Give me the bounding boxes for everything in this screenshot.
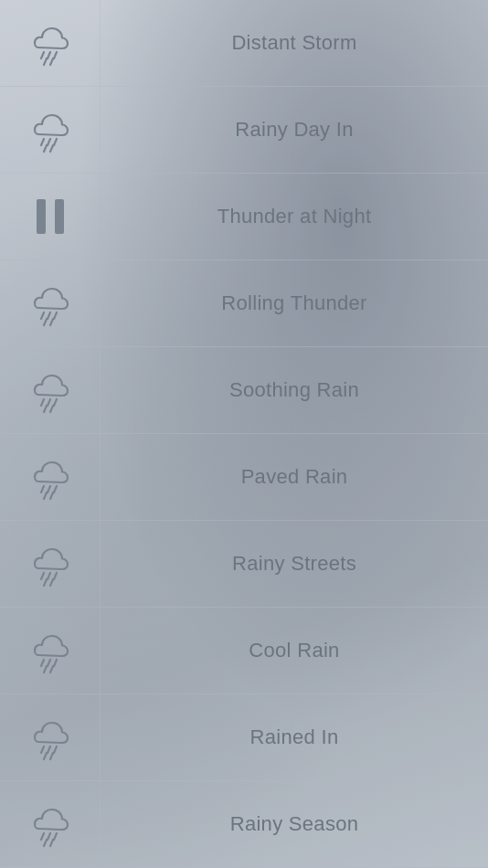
- label-col-distant-storm: Distant Storm: [101, 31, 488, 55]
- svg-line-35: [41, 746, 44, 753]
- list-item-paved-rain[interactable]: Paved Rain: [0, 434, 488, 521]
- item-label-distant-storm: Distant Storm: [231, 31, 356, 55]
- item-label-cool-rain: Cool Rain: [249, 639, 339, 662]
- svg-line-13: [44, 319, 47, 325]
- icon-col-rainy-season: [0, 781, 101, 867]
- list-item-rolling-thunder[interactable]: Rolling Thunder: [0, 260, 488, 347]
- item-label-rainy-day-in: Rainy Day In: [235, 118, 354, 142]
- icon-col-rained-in: [0, 694, 101, 780]
- svg-line-9: [50, 145, 53, 152]
- svg-line-0: [41, 52, 44, 58]
- pause-icon: [26, 196, 75, 237]
- svg-line-16: [48, 399, 50, 406]
- svg-line-44: [50, 840, 53, 846]
- svg-line-2: [54, 52, 57, 58]
- svg-line-32: [54, 660, 57, 666]
- pause-bar-right: [55, 199, 64, 234]
- label-col-soothing-rain: Soothing Rain: [101, 378, 488, 402]
- svg-line-4: [50, 58, 53, 65]
- svg-line-33: [44, 666, 47, 672]
- svg-line-5: [41, 139, 44, 145]
- svg-line-31: [48, 660, 50, 666]
- sound-list: Distant Storm Rainy Day In Thunder at Ni…: [0, 0, 488, 868]
- icon-col-paved-rain: [0, 434, 101, 520]
- icon-col-soothing-rain: [0, 347, 101, 433]
- label-col-rolling-thunder: Rolling Thunder: [101, 291, 488, 315]
- svg-line-12: [54, 312, 57, 319]
- svg-line-8: [44, 145, 47, 152]
- label-col-rainy-day-in: Rainy Day In: [101, 118, 488, 142]
- label-col-rainy-streets: Rainy Streets: [101, 552, 488, 576]
- label-col-paved-rain: Paved Rain: [101, 465, 488, 489]
- svg-line-15: [41, 399, 44, 406]
- svg-line-26: [48, 573, 50, 579]
- icon-col-rainy-day-in: [0, 87, 101, 173]
- list-item-distant-storm[interactable]: Distant Storm: [0, 0, 488, 87]
- list-item-rained-in[interactable]: Rained In: [0, 694, 488, 781]
- svg-line-30: [41, 660, 44, 666]
- svg-line-29: [50, 579, 53, 586]
- svg-line-21: [48, 486, 50, 492]
- svg-line-1: [48, 52, 50, 58]
- item-label-thunder-at-night: Thunder at Night: [217, 205, 372, 228]
- icon-col-rainy-streets: [0, 521, 101, 607]
- svg-line-6: [48, 139, 50, 145]
- svg-line-17: [54, 399, 57, 406]
- svg-line-27: [54, 573, 57, 579]
- svg-line-40: [41, 833, 44, 840]
- svg-line-41: [48, 833, 50, 840]
- svg-line-7: [54, 139, 57, 145]
- item-label-paved-rain: Paved Rain: [241, 465, 348, 489]
- icon-col-distant-storm: [0, 0, 101, 86]
- svg-line-14: [50, 319, 53, 325]
- item-label-soothing-rain: Soothing Rain: [229, 378, 359, 402]
- list-item-rainy-season[interactable]: Rainy Season: [0, 781, 488, 868]
- svg-line-42: [54, 833, 57, 840]
- svg-line-19: [50, 406, 53, 412]
- pause-bar-left: [37, 199, 46, 234]
- svg-line-11: [48, 312, 50, 319]
- svg-line-39: [50, 753, 53, 759]
- svg-line-28: [44, 579, 47, 586]
- list-item-cool-rain[interactable]: Cool Rain: [0, 608, 488, 694]
- svg-line-3: [44, 58, 47, 65]
- svg-line-36: [48, 746, 50, 753]
- label-col-thunder-at-night: Thunder at Night: [101, 205, 488, 228]
- label-col-rainy-season: Rainy Season: [101, 812, 488, 836]
- svg-line-23: [44, 492, 47, 499]
- svg-line-18: [44, 406, 47, 412]
- svg-line-24: [50, 492, 53, 499]
- label-col-rained-in: Rained In: [101, 725, 488, 749]
- item-label-rainy-streets: Rainy Streets: [232, 552, 356, 576]
- svg-line-20: [41, 486, 44, 492]
- item-label-rainy-season: Rainy Season: [230, 812, 359, 836]
- icon-col-cool-rain: [0, 608, 101, 693]
- item-label-rolling-thunder: Rolling Thunder: [221, 291, 366, 315]
- list-item-soothing-rain[interactable]: Soothing Rain: [0, 347, 488, 434]
- svg-line-22: [54, 486, 57, 492]
- list-item-thunder-at-night[interactable]: Thunder at Night: [0, 174, 488, 260]
- label-col-cool-rain: Cool Rain: [101, 639, 488, 662]
- item-label-rained-in: Rained In: [250, 725, 339, 749]
- svg-line-34: [50, 666, 53, 672]
- icon-col-thunder-at-night: [0, 174, 101, 259]
- svg-line-25: [41, 573, 44, 579]
- list-item-rainy-day-in[interactable]: Rainy Day In: [0, 87, 488, 174]
- list-item-rainy-streets[interactable]: Rainy Streets: [0, 521, 488, 608]
- svg-line-38: [44, 753, 47, 759]
- svg-line-37: [54, 746, 57, 753]
- svg-line-10: [41, 312, 44, 319]
- svg-line-43: [44, 840, 47, 846]
- icon-col-rolling-thunder: [0, 260, 101, 346]
